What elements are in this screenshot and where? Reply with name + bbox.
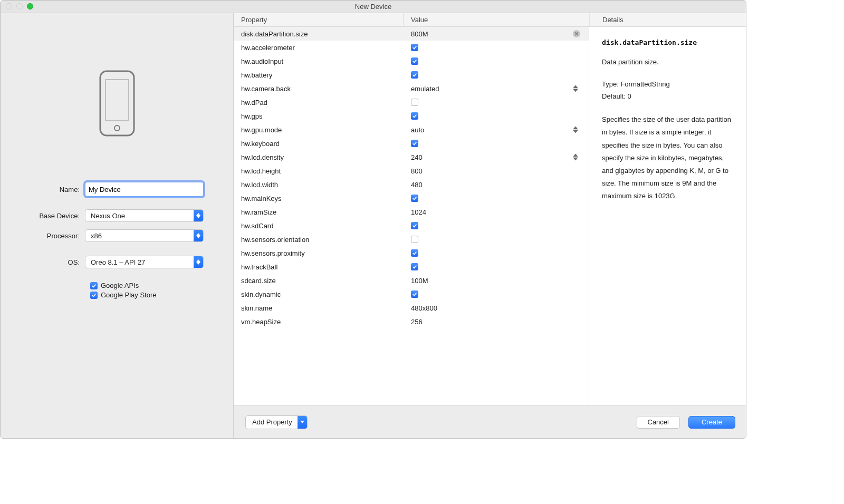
property-name: skin.dynamic: [234, 290, 404, 298]
details-default: Default: 0: [602, 91, 734, 102]
property-row[interactable]: hw.lcd.height800: [234, 164, 589, 178]
property-value-cell[interactable]: [404, 57, 589, 65]
stepper-arrows-icon[interactable]: [573, 127, 578, 133]
property-row[interactable]: hw.lcd.density240: [234, 150, 589, 164]
property-row[interactable]: hw.keyboard: [234, 137, 589, 150]
zoom-window-button[interactable]: [27, 3, 33, 9]
property-checkbox[interactable]: [411, 57, 418, 65]
property-value-cell[interactable]: [404, 195, 589, 202]
property-row[interactable]: hw.trackBall: [234, 260, 589, 274]
property-row[interactable]: hw.accelerometer: [234, 41, 589, 54]
name-input[interactable]: [85, 182, 204, 197]
os-select[interactable]: Oreo 8.1 – API 27: [85, 256, 204, 268]
property-checkbox[interactable]: [411, 140, 418, 147]
details-short: Data partition size.: [602, 57, 734, 67]
property-checkbox[interactable]: [411, 263, 418, 270]
play-store-checkbox[interactable]: [90, 292, 98, 299]
property-row[interactable]: hw.lcd.width480: [234, 178, 589, 191]
property-value-cell[interactable]: 800: [404, 167, 589, 175]
property-checkbox[interactable]: [411, 195, 418, 202]
property-checkbox[interactable]: [411, 44, 418, 51]
property-checkbox[interactable]: [411, 222, 418, 229]
property-value: 240: [411, 153, 423, 161]
property-value-cell[interactable]: [404, 112, 589, 120]
property-value-cell[interactable]: [404, 263, 589, 270]
property-value-cell[interactable]: 800M: [404, 30, 589, 38]
add-property-label: Add Property: [246, 416, 298, 429]
details-title: disk.dataPartition.size: [602, 38, 734, 46]
property-row[interactable]: skin.dynamic: [234, 287, 589, 301]
property-value-cell[interactable]: emulated: [404, 85, 589, 93]
property-column-header[interactable]: Property: [234, 13, 404, 26]
property-checkbox[interactable]: [411, 99, 418, 106]
property-checkbox[interactable]: [411, 236, 418, 243]
close-window-button[interactable]: [6, 3, 12, 9]
property-value-cell[interactable]: [404, 140, 589, 147]
property-value-cell[interactable]: [404, 290, 589, 298]
processor-value: x86: [85, 230, 194, 241]
property-value-cell[interactable]: 100M: [404, 277, 589, 285]
property-value-cell[interactable]: 480: [404, 181, 589, 189]
property-row[interactable]: hw.dPad: [234, 95, 589, 109]
property-checkbox[interactable]: [411, 71, 418, 79]
property-row[interactable]: hw.sensors.orientation: [234, 232, 589, 246]
play-store-label: Google Play Store: [101, 291, 157, 299]
property-row[interactable]: hw.mainKeys: [234, 191, 589, 205]
property-row[interactable]: hw.sdCard: [234, 219, 589, 232]
property-row[interactable]: hw.sensors.proximity: [234, 246, 589, 260]
processor-label: Processor:: [1, 232, 85, 240]
chevron-down-icon: [298, 416, 307, 429]
property-value-cell[interactable]: [404, 44, 589, 51]
property-row[interactable]: skin.name480x800: [234, 301, 589, 315]
create-button[interactable]: Create: [688, 416, 735, 429]
property-value-cell[interactable]: 1024: [404, 208, 589, 216]
svg-marker-6: [196, 236, 200, 238]
property-name: hw.keyboard: [234, 140, 404, 148]
property-value-cell[interactable]: [404, 71, 589, 79]
properties-list[interactable]: disk.dataPartition.size800M hw.accelerom…: [234, 27, 589, 405]
stepper-arrows-icon[interactable]: [573, 85, 578, 92]
property-row[interactable]: vm.heapSize256: [234, 315, 589, 328]
property-value-cell[interactable]: auto: [404, 126, 589, 134]
property-value: 256: [411, 318, 423, 326]
property-name: hw.sdCard: [234, 222, 404, 230]
svg-marker-11: [573, 85, 578, 89]
property-value: 800: [411, 167, 423, 175]
google-apis-checkbox[interactable]: [90, 282, 98, 289]
property-row[interactable]: hw.gps: [234, 109, 589, 123]
property-checkbox[interactable]: [411, 290, 418, 298]
add-property-select[interactable]: Add Property: [245, 415, 308, 429]
property-name: hw.lcd.width: [234, 181, 404, 189]
titlebar: New Device: [1, 1, 746, 13]
svg-rect-1: [106, 80, 129, 121]
cancel-button[interactable]: Cancel: [637, 416, 680, 429]
processor-select[interactable]: x86: [85, 229, 204, 242]
property-row[interactable]: disk.dataPartition.size800M: [234, 27, 589, 41]
property-value-cell[interactable]: [404, 222, 589, 229]
property-value-cell[interactable]: [404, 99, 589, 106]
base-device-select[interactable]: Nexus One: [85, 209, 204, 222]
property-row[interactable]: hw.gpu.modeauto: [234, 123, 589, 137]
property-value-cell[interactable]: 240: [404, 153, 589, 161]
base-device-value: Nexus One: [85, 210, 194, 221]
property-checkbox[interactable]: [411, 249, 418, 257]
property-row[interactable]: hw.ramSize1024: [234, 205, 589, 219]
property-checkbox[interactable]: [411, 112, 418, 120]
value-column-header[interactable]: Value: [404, 13, 589, 26]
details-panel: disk.dataPartition.size Data partition s…: [589, 27, 746, 405]
property-row[interactable]: hw.battery: [234, 68, 589, 82]
minimize-window-button[interactable]: [16, 3, 23, 9]
property-name: hw.camera.back: [234, 85, 404, 93]
property-value-cell[interactable]: 480x800: [404, 304, 589, 312]
property-name: hw.sensors.proximity: [234, 249, 404, 257]
property-row[interactable]: hw.camera.backemulated: [234, 82, 589, 95]
property-row[interactable]: hw.audioInput: [234, 54, 589, 68]
clear-value-icon[interactable]: [573, 30, 580, 37]
property-value-cell[interactable]: [404, 236, 589, 243]
property-row[interactable]: sdcard.size100M: [234, 274, 589, 287]
property-value-cell[interactable]: 256: [404, 318, 589, 326]
stepper-arrows-icon[interactable]: [573, 154, 578, 161]
property-name: hw.trackBall: [234, 263, 404, 271]
details-description: Specifies the size of the user data part…: [602, 113, 734, 202]
property-value-cell[interactable]: [404, 249, 589, 257]
